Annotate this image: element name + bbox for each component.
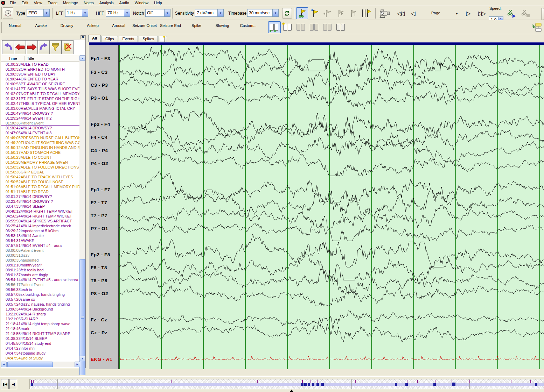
redo-arrow-icon[interactable]	[38, 40, 50, 54]
flags-all-icon[interactable]	[359, 7, 373, 19]
event-row[interactable]: 01:50:28MEMORY PHRASE GIVEN	[1, 160, 80, 165]
menu-file[interactable]: File	[7, 0, 19, 5]
close-icon[interactable]: ✕	[81, 35, 85, 39]
event-row[interactable]: 13:21:05R-SHARP	[1, 316, 80, 321]
timeline-back-icon[interactable]: ◀	[9, 379, 17, 389]
event-row[interactable]: 01:00:32ORIENRTED TO MONTH	[1, 67, 80, 72]
channel-label-c4-p4[interactable]: C4 - P4	[91, 148, 108, 153]
prev-event-icon[interactable]	[14, 40, 26, 54]
event-row[interactable]: 01:50:12HAD TINGLING IN HANDS AND R	[1, 145, 80, 150]
event-row[interactable]: 08:57:05sx building. hands tingling	[1, 292, 80, 297]
annotation-button-custom-[interactable]: Custom...	[235, 22, 261, 29]
event-row[interactable]: 01:51:11ABLE TO READ	[1, 189, 80, 194]
event-row[interactable]: 01:50:23ABLE TO COUNT	[1, 155, 80, 160]
timeline-start-icon[interactable]: ▮◀	[1, 379, 9, 389]
event-row[interactable]: 07:57:514/9/14 EVENT #4 - aura	[1, 243, 80, 248]
channel-label-p7-o1[interactable]: P7 - O1	[91, 226, 108, 231]
event-row[interactable]: 08:00:31dizzy	[1, 253, 80, 258]
timebase-combo[interactable]: 30 mm/sec ▼	[247, 9, 279, 17]
channel-label-fp2-f8[interactable]: Fp2 - F8	[91, 252, 110, 257]
menu-trace[interactable]: Trace	[45, 0, 60, 5]
event-row[interactable]: 01:47:054/9/14 EVENT # 3	[1, 130, 80, 135]
event-row[interactable]: 08:56:17Patient Event	[1, 282, 80, 287]
channel-label-ekg-a1[interactable]: EKG - A1	[91, 357, 112, 362]
step-forward-icon[interactable]: ▷	[463, 7, 473, 19]
lff-combo[interactable]: 1 Hz ▼	[65, 9, 88, 17]
channel-label-f7-t7[interactable]: F7 - T7	[91, 200, 107, 205]
type-combo[interactable]: EEG ▼	[27, 9, 50, 17]
clip-pages-last-icon[interactable]	[321, 21, 334, 33]
annotation-button-awake[interactable]: Awake	[28, 22, 54, 29]
scrollbar-thumb[interactable]	[7, 362, 53, 367]
horizontal-scrollbar[interactable]: ◀ ▶	[1, 362, 80, 367]
event-row[interactable]: 08:01:10month/year?	[1, 263, 80, 268]
chevron-down-icon[interactable]: ▼	[164, 9, 170, 16]
event-row[interactable]: 01:00:23ABLE TO READ	[1, 62, 80, 67]
event-row[interactable]: 06:25:414/9/14 imped/electrode check	[1, 223, 80, 228]
scroll-right-icon[interactable]: ▶	[75, 362, 80, 367]
event-row[interactable]: 04:47:34stopping study	[1, 351, 80, 356]
tab-all[interactable]: All	[88, 35, 101, 42]
event-row[interactable]: 01:50:32ABLE TO FOLLOW DIRECTIONS	[1, 165, 80, 170]
event-row[interactable]: 01:50:36GRIP EQUAL	[1, 170, 80, 174]
event-row[interactable]: 13:21:024/9/14 R sharp	[1, 312, 80, 316]
clip-pages-all-icon[interactable]	[335, 21, 347, 33]
event-row[interactable]: 01:38:334/10/14 SLEEP	[1, 336, 80, 341]
event-row[interactable]: 01:02:07NOT ABLE TO RECALL MEMORY P	[1, 91, 80, 96]
fast-forward-icon[interactable]: ▷▷	[475, 7, 488, 19]
event-row[interactable]: 01:50:42ABLE TO TRACK WITH EYES	[1, 174, 80, 179]
channel-label-cz-pz[interactable]: Cz - Pz	[91, 330, 107, 335]
event-row[interactable]: 01:36:424/9/14 DROWSY?	[1, 126, 80, 130]
event-row[interactable]: 01:20:494/9/14 DROWSY ?	[1, 111, 80, 116]
tab-spikes[interactable]: Spikes	[139, 36, 158, 42]
event-row[interactable]: 01:00:53PT. AWARE OF SEIZURE	[1, 81, 80, 86]
vertical-scrollbar[interactable]: ▲ ▼	[79, 55, 85, 361]
annotation-button-normal[interactable]: Normal	[2, 22, 28, 29]
event-row[interactable]: 13:06:344/9/14 Background	[1, 307, 80, 312]
event-row[interactable]: 08:56:38tech in	[1, 287, 80, 292]
channel-label-t8-p8[interactable]: T8 - P8	[91, 278, 107, 283]
channel-label-p4-o2[interactable]: P4 - O2	[91, 161, 108, 166]
menu-help[interactable]: Help	[151, 0, 165, 5]
event-row[interactable]: 08:57:24dizzy, nausea, hands tingling	[1, 302, 80, 307]
event-row[interactable]: 02:23:484/9/14 DROWSY ?	[1, 199, 80, 204]
next-event-icon[interactable]	[26, 40, 38, 54]
event-row[interactable]: 06:29:22Impedance at 5 kOhm	[1, 228, 80, 233]
step-back-icon[interactable]: ◁	[408, 7, 418, 19]
clip-pages-prev-icon[interactable]	[295, 21, 307, 33]
annotation-button-spike[interactable]: Spike	[183, 22, 209, 29]
event-row[interactable]: 08:01:37hands are tingly	[1, 272, 80, 277]
event-row[interactable]: 04:56:244/9/14 RIGHT TEMP WICKET	[1, 214, 80, 219]
menu-view[interactable]: View	[31, 0, 45, 5]
event-row[interactable]: 08:57:20same sx	[1, 297, 80, 302]
event-row[interactable]: 02:01:274/9/14 DROWSY?	[1, 194, 80, 199]
tab-clips[interactable]: Clips	[102, 36, 118, 42]
event-row[interactable]: 04:47:27infor mri	[1, 346, 80, 351]
scroll-up-icon[interactable]: ▲	[79, 55, 85, 61]
annotation-button-seizure-onset[interactable]: Seizure Onset	[132, 22, 158, 29]
filter-icon[interactable]	[50, 40, 62, 54]
event-row[interactable]: 01:00:39ORIENTED TO DAY	[1, 72, 80, 77]
channel-label-p3-o1[interactable]: P3 - O1	[91, 95, 108, 101]
event-row[interactable]: 08:54:144/9/14 EVENT #5 - aura sx increa	[1, 277, 80, 282]
event-row[interactable]: 01:30:36Patient Event	[1, 121, 80, 126]
event-row[interactable]: 01:02:47THIS IS TYPICAL OF HER EVENTS	[1, 101, 80, 106]
event-row[interactable]: 01:02:31PT. FELT IT START ON THE RIGH	[1, 96, 80, 101]
sensitivity-combo[interactable]: 7 uV/mm ▼	[195, 9, 224, 17]
event-row[interactable]: 01:03:00RECALLS MAKING ICTAL CRY	[1, 106, 80, 111]
event-row[interactable]: 08:00:35nauseated	[1, 258, 80, 263]
flag-next-icon[interactable]	[334, 7, 346, 19]
column-header-time[interactable]: Time	[1, 56, 25, 60]
chevron-down-icon[interactable]: ▼	[124, 9, 130, 16]
annotation-button-seizure-end[interactable]: Seizure End	[158, 22, 183, 29]
flag-last-icon[interactable]	[347, 7, 358, 19]
event-row[interactable]: 04:47:54End of Study	[1, 356, 80, 361]
eeg-trace-area[interactable]	[119, 45, 544, 369]
panel-titlebar[interactable]: ✕	[1, 35, 85, 40]
event-row[interactable]: 01:49:05PRESSED NURSE CALL BUTTON	[1, 135, 80, 140]
clip-pages-goto-icon[interactable]	[268, 21, 281, 33]
channel-label-c3-p3[interactable]: C3 - P3	[91, 83, 108, 88]
flag-new-icon[interactable]	[309, 7, 321, 19]
video-camera-icon[interactable]	[377, 7, 392, 19]
event-row[interactable]: 05:55:504/9/14 SPIKES VS ARTIFACT	[1, 219, 80, 223]
